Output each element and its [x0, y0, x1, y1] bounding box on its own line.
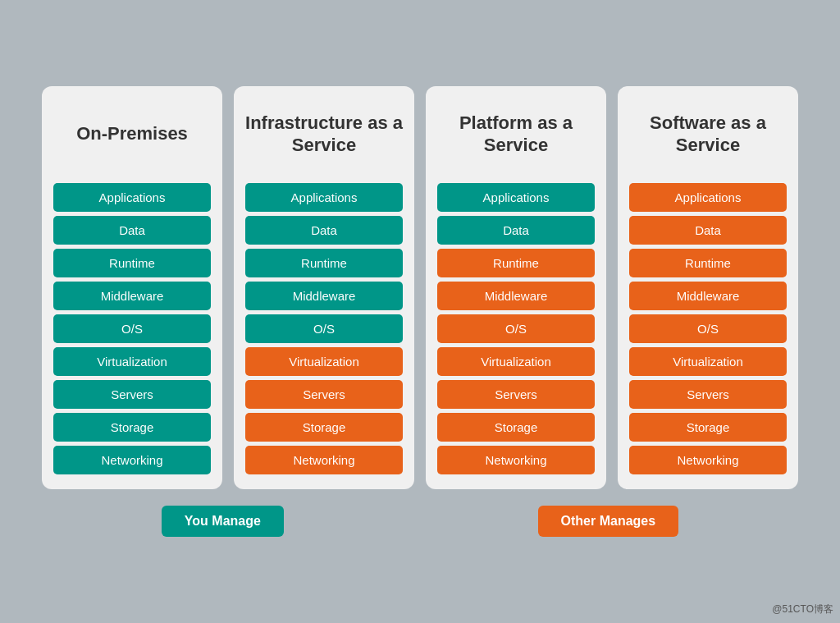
- item-badge-networking-saas: Networking: [629, 446, 787, 474]
- item-badge-servers-iaas: Servers: [245, 380, 403, 409]
- column-title-saas: Software as a Service: [629, 101, 787, 167]
- item-badge-middleware-saas: Middleware: [629, 282, 787, 310]
- items-list-iaas: ApplicationsDataRuntimeMiddlewareO/SVirt…: [245, 183, 403, 474]
- column-iaas: Infrastructure as a ServiceApplicationsD…: [234, 86, 414, 489]
- item-badge-runtime-iaas: Runtime: [245, 249, 403, 277]
- item-badge-storage-paas: Storage: [437, 413, 595, 442]
- item-badge-middleware-on-premises: Middleware: [53, 282, 211, 310]
- other-manages-badge: Other Manages: [538, 506, 679, 537]
- item-badge-o-s-paas: O/S: [437, 314, 595, 343]
- item-badge-data-on-premises: Data: [53, 216, 211, 245]
- column-on-premises: On-PremisesApplicationsDataRuntimeMiddle…: [42, 86, 222, 489]
- item-badge-applications-iaas: Applications: [245, 183, 403, 212]
- items-list-saas: ApplicationsDataRuntimeMiddlewareO/SVirt…: [629, 183, 787, 474]
- item-badge-data-paas: Data: [437, 216, 595, 245]
- column-paas: Platform as a ServiceApplicationsDataRun…: [426, 86, 606, 489]
- item-badge-servers-paas: Servers: [437, 380, 595, 409]
- items-list-paas: ApplicationsDataRuntimeMiddlewareO/SVirt…: [437, 183, 595, 474]
- item-badge-data-iaas: Data: [245, 216, 403, 245]
- item-badge-o-s-saas: O/S: [629, 314, 787, 343]
- item-badge-runtime-on-premises: Runtime: [53, 249, 211, 277]
- item-badge-applications-on-premises: Applications: [53, 183, 211, 212]
- items-list-on-premises: ApplicationsDataRuntimeMiddlewareO/SVirt…: [53, 183, 211, 474]
- item-badge-runtime-paas: Runtime: [437, 249, 595, 277]
- item-badge-applications-saas: Applications: [629, 183, 787, 212]
- item-badge-storage-iaas: Storage: [245, 413, 403, 442]
- item-badge-virtualization-paas: Virtualization: [437, 347, 595, 376]
- column-title-iaas: Infrastructure as a Service: [245, 101, 403, 167]
- item-badge-servers-on-premises: Servers: [53, 380, 211, 409]
- item-badge-data-saas: Data: [629, 216, 787, 245]
- item-badge-virtualization-saas: Virtualization: [629, 347, 787, 376]
- column-saas: Software as a ServiceApplicationsDataRun…: [618, 86, 798, 489]
- item-badge-runtime-saas: Runtime: [629, 249, 787, 277]
- watermark: @51CTO博客: [772, 602, 833, 616]
- item-badge-o-s-on-premises: O/S: [53, 314, 211, 343]
- column-title-paas: Platform as a Service: [437, 101, 595, 167]
- item-badge-networking-paas: Networking: [437, 446, 595, 474]
- item-badge-middleware-iaas: Middleware: [245, 282, 403, 310]
- item-badge-networking-iaas: Networking: [245, 446, 403, 474]
- item-badge-virtualization-on-premises: Virtualization: [53, 347, 211, 376]
- item-badge-applications-paas: Applications: [437, 183, 595, 212]
- you-manage-badge: You Manage: [162, 506, 284, 537]
- item-badge-networking-on-premises: Networking: [53, 446, 211, 474]
- legend-row: You Manage Other Manages: [18, 506, 822, 537]
- item-badge-virtualization-iaas: Virtualization: [245, 347, 403, 376]
- column-title-on-premises: On-Premises: [53, 101, 211, 167]
- item-badge-storage-on-premises: Storage: [53, 413, 211, 442]
- item-badge-storage-saas: Storage: [629, 413, 787, 442]
- item-badge-middleware-paas: Middleware: [437, 282, 595, 310]
- columns-row: On-PremisesApplicationsDataRuntimeMiddle…: [18, 86, 822, 489]
- item-badge-o-s-iaas: O/S: [245, 314, 403, 343]
- main-container: On-PremisesApplicationsDataRuntimeMiddle…: [18, 12, 822, 612]
- item-badge-servers-saas: Servers: [629, 380, 787, 409]
